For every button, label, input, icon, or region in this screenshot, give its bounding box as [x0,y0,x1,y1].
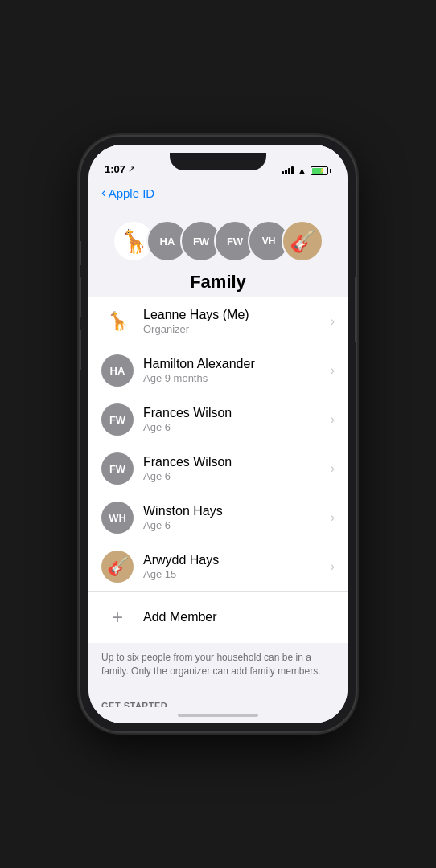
avatar-arwydd-list: 🎸 [101,551,134,583]
member-hamilton-sub: Age 9 months [143,372,331,384]
member-winston[interactable]: WH Winston Hays Age 6 › [88,493,348,542]
member-frances1[interactable]: FW Frances Wilson Age 6 › [88,395,348,444]
back-label: Apple ID [109,186,155,200]
home-bar [178,714,258,717]
member-arwydd[interactable]: 🎸 Arwydd Hays Age 15 › [88,542,348,591]
back-chevron-icon: ‹ [101,185,106,201]
status-icons: ▲ ⚡ [282,166,331,175]
add-member-section: + Add Member [88,591,348,643]
avatar-strip: 🦒 HA FW FW VH 🎸 [88,207,348,262]
power-button [355,277,356,342]
member-leanne[interactable]: 🦒 Leanne Hays (Me) Organizer › [88,297,348,346]
page-title: Family [88,262,348,297]
member-frances1-sub: Age 6 [143,421,331,433]
member-leanne-text: Leanne Hays (Me) Organizer [143,308,331,335]
volume-up-button [80,277,81,317]
member-hamilton-name: Hamilton Alexander [143,357,331,371]
member-frances2-name: Frances Wilson [143,455,331,469]
nav-bar: ‹ Apple ID [88,180,348,207]
chevron-right-icon: › [331,461,335,476]
silent-switch [80,241,81,265]
wifi-icon: ▲ [298,166,306,175]
back-button[interactable]: ‹ Apple ID [101,185,154,201]
status-time: 1:07 [105,163,125,175]
member-hamilton[interactable]: HA Hamilton Alexander Age 9 months › [88,346,348,395]
avatar-frances2-list: FW [101,452,134,485]
chevron-right-icon: › [331,559,335,574]
member-list: 🦒 Leanne Hays (Me) Organizer › HA Hamilt… [88,297,348,591]
member-leanne-name: Leanne Hays (Me) [143,308,331,322]
chevron-right-icon: › [331,510,335,525]
member-winston-sub: Age 6 [143,519,331,531]
plus-icon: + [101,601,134,633]
add-member-label: Add Member [143,610,217,624]
avatar-frances1-list: FW [101,403,134,436]
phone-frame: 1:07 ↗ ▲ ⚡ [80,137,356,731]
member-winston-name: Winston Hays [143,504,331,518]
chevron-right-icon: › [331,314,335,329]
battery-icon: ⚡ [311,166,331,175]
home-indicator[interactable] [88,707,348,723]
notch [170,153,266,170]
avatar-row: 🦒 HA FW FW VH 🎸 [113,220,323,262]
member-frances1-name: Frances Wilson [143,406,331,420]
info-text: Up to six people from your household can… [88,643,348,686]
member-frances1-text: Frances Wilson Age 6 [143,406,331,433]
member-arwydd-name: Arwydd Hays [143,553,331,567]
avatar-winston-list: WH [101,502,134,534]
member-hamilton-text: Hamilton Alexander Age 9 months [143,357,331,384]
member-arwydd-sub: Age 15 [143,568,331,580]
avatar-hamilton-list: HA [101,354,134,387]
member-frances2-text: Frances Wilson Age 6 [143,455,331,482]
member-frances2-sub: Age 6 [143,470,331,482]
member-arwydd-text: Arwydd Hays Age 15 [143,553,331,580]
get-started-header: GET STARTED [88,686,348,707]
member-leanne-sub: Organizer [143,323,331,335]
avatar-arwydd[interactable]: 🎸 [282,220,323,262]
chevron-right-icon: › [331,412,335,427]
content-scroll[interactable]: ‹ Apple ID 🦒 HA FW FW VH 🎸 Family [88,180,348,707]
signal-icon [282,166,294,174]
member-winston-text: Winston Hays Age 6 [143,504,331,531]
member-frances2[interactable]: FW Frances Wilson Age 6 › [88,444,348,493]
avatar-leanne-list: 🦒 [101,305,134,338]
location-arrow-icon: ↗ [128,164,135,174]
volume-down-button [80,330,81,370]
phone-screen: 1:07 ↗ ▲ ⚡ [88,145,348,723]
chevron-right-icon: › [331,363,335,378]
add-member-button[interactable]: + Add Member [88,592,348,643]
